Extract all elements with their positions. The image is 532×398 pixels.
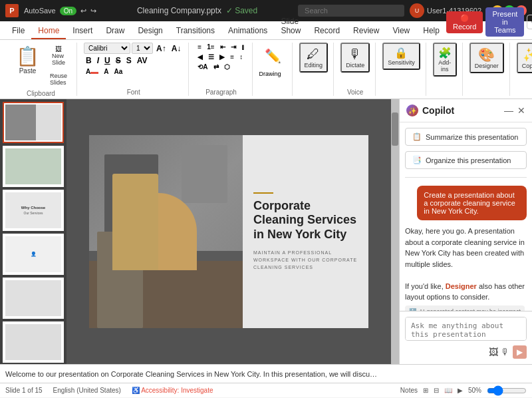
- tab-home[interactable]: Home: [31, 23, 66, 39]
- mic-btn[interactable]: 🎙: [501, 347, 510, 357]
- accessibility-btn[interactable]: ♿ Accessibility: Investigate: [132, 387, 213, 394]
- tab-help[interactable]: Help: [416, 23, 446, 39]
- image-btn[interactable]: 🖼: [489, 347, 498, 357]
- increase-font-btn[interactable]: A↑: [154, 43, 168, 54]
- text-direction-btn[interactable]: ⟲A: [196, 63, 209, 71]
- align-right-btn[interactable]: ▶: [217, 53, 227, 61]
- tab-slideshow[interactable]: Slide Show: [274, 14, 307, 39]
- tab-draw[interactable]: Draw: [99, 23, 131, 39]
- designer-link[interactable]: Designer: [446, 282, 477, 290]
- present-in-teams-button[interactable]: Present in Teams: [485, 7, 524, 37]
- slide-thumb-2[interactable]: [3, 146, 64, 187]
- convert-btn[interactable]: ⇄: [211, 63, 221, 71]
- paste-button[interactable]: 📋 Paste: [11, 43, 45, 77]
- align-left-btn[interactable]: ◀: [196, 53, 205, 61]
- send-btn[interactable]: ▶: [513, 345, 527, 359]
- highlight-btn[interactable]: A: [102, 67, 110, 76]
- vertical-scrollbar[interactable]: [391, 99, 399, 364]
- slide-thumb-1[interactable]: [3, 102, 64, 143]
- record-button[interactable]: 🔴 Record: [446, 11, 483, 33]
- line-spacing-btn[interactable]: ↕: [237, 53, 245, 61]
- smartart-btn[interactable]: ⬡: [222, 63, 232, 71]
- editing-group: 🖊 Editing: [294, 43, 334, 96]
- editing-btn[interactable]: 🖊 Editing: [299, 43, 329, 73]
- font-row-3: A A Aa: [84, 67, 183, 76]
- search-input[interactable]: [298, 5, 404, 17]
- view-slide-btn[interactable]: ⊟: [434, 387, 439, 394]
- view-slideshow-btn[interactable]: ▶: [458, 387, 463, 394]
- tab-animations[interactable]: Animations: [221, 23, 274, 39]
- font-color-btn[interactable]: A: [84, 67, 100, 76]
- title-bar-filename: Cleaning Company.pptx ✓ Saved: [102, 6, 293, 15]
- copilot-icon: ✨: [523, 47, 532, 63]
- copilot-separator: [405, 177, 527, 178]
- clipboard-group: 📋 Paste 🖼 NewSlide ReuseSlides Clipboard: [5, 43, 77, 96]
- copilot-close-btn[interactable]: ✕: [517, 105, 525, 116]
- slide-thumb-4[interactable]: 👤: [3, 234, 64, 275]
- view-normal-btn[interactable]: ⊞: [423, 387, 428, 394]
- slide-container[interactable]: Corporate Cleaning Services in New York …: [89, 135, 368, 328]
- increase-indent-btn[interactable]: ⇥: [229, 43, 238, 51]
- chat-button[interactable]: 💬: [527, 15, 532, 29]
- align-justify-btn[interactable]: ≡: [228, 53, 236, 61]
- slide-thumb-img-4: 👤: [5, 236, 61, 272]
- numbering-btn[interactable]: 1≡: [205, 43, 216, 51]
- designer-btn[interactable]: 🎨 Designer: [469, 43, 504, 73]
- notes-text: Welcome to our presentation on Corporate…: [5, 370, 378, 378]
- tab-file[interactable]: File: [5, 23, 31, 39]
- copilot-minimize-btn[interactable]: —: [504, 105, 513, 116]
- bullets-btn[interactable]: ≡: [196, 43, 203, 51]
- view-reading-btn[interactable]: 📖: [444, 387, 452, 394]
- user-message-bubble: Create a presentation about a corporate …: [417, 186, 527, 220]
- copilot-btn[interactable]: ✨ Copilot: [517, 43, 532, 73]
- sensitivity-icon: 🔒: [394, 47, 408, 59]
- bold-btn[interactable]: B: [84, 55, 94, 66]
- summarize-label: Summarize this presentation: [426, 133, 518, 141]
- clipboard-label: Clipboard: [27, 90, 55, 97]
- slide-thumb-5[interactable]: [3, 278, 64, 319]
- underline-btn[interactable]: U: [102, 55, 112, 66]
- italic-btn[interactable]: I: [95, 55, 101, 66]
- tab-record[interactable]: Record: [307, 23, 346, 39]
- strikethrough-btn[interactable]: S: [114, 55, 123, 66]
- align-center-btn[interactable]: ☰: [206, 53, 216, 61]
- char-spacing-btn[interactable]: AV: [135, 55, 150, 66]
- font-size-select[interactable]: 18: [132, 43, 153, 54]
- summarize-btn[interactable]: 📋 Summarize this presentation: [405, 128, 527, 146]
- paste-icon: 📋: [16, 45, 39, 67]
- slide-thumb-3[interactable]: Why Choose Our Services: [3, 190, 64, 231]
- text-shadow-btn[interactable]: S: [124, 55, 134, 66]
- redo-btn[interactable]: ↪: [90, 7, 96, 15]
- sensitivity-items: 🔒 Sensitivity: [382, 43, 420, 96]
- slide-thumb-container-3: 3 Why Choose Our Services: [3, 190, 64, 231]
- autosave-toggle[interactable]: On: [60, 7, 76, 15]
- reuse-slides-button[interactable]: ReuseSlides: [46, 70, 71, 89]
- sensitivity-btn[interactable]: 🔒 Sensitivity: [382, 43, 420, 70]
- decrease-font-btn[interactable]: A↓: [170, 43, 184, 54]
- voice-items: 🎙 Dictate: [340, 43, 370, 87]
- copilot-input[interactable]: [405, 317, 527, 341]
- copilot-logo: ✨: [406, 104, 418, 116]
- notes-toggle[interactable]: Notes: [400, 387, 418, 394]
- tab-view[interactable]: View: [386, 23, 416, 39]
- columns-btn[interactable]: ⫿: [239, 43, 247, 51]
- slide-thumb-img-6: [5, 324, 61, 360]
- dictate-btn[interactable]: 🎙 Dictate: [340, 43, 370, 73]
- decrease-indent-btn[interactable]: ⇤: [218, 43, 227, 51]
- zoom-slider[interactable]: [487, 385, 527, 396]
- scrollbar-handle[interactable]: [392, 112, 398, 146]
- font-name-select[interactable]: Calibri: [84, 43, 130, 54]
- clear-format-btn[interactable]: Aa: [112, 67, 124, 76]
- tab-transitions[interactable]: Transitions: [170, 23, 221, 39]
- tab-insert[interactable]: Insert: [66, 23, 99, 39]
- copilot-header: ✨ Copilot — ✕: [400, 99, 532, 122]
- tab-design[interactable]: Design: [131, 23, 169, 39]
- slide-thumb-container-2: 2: [3, 146, 64, 187]
- organize-btn[interactable]: 📑 Organize this presentation: [405, 151, 527, 169]
- addins-btn[interactable]: 🧩 Add-ins: [433, 43, 457, 77]
- new-slide-button[interactable]: 🖼 NewSlide: [46, 43, 71, 69]
- slide-thumb-6[interactable]: [3, 321, 64, 363]
- tab-review[interactable]: Review: [346, 23, 386, 39]
- undo-btn[interactable]: ↩: [80, 7, 86, 15]
- drawing-btn[interactable]: ✏️: [259, 43, 287, 69]
